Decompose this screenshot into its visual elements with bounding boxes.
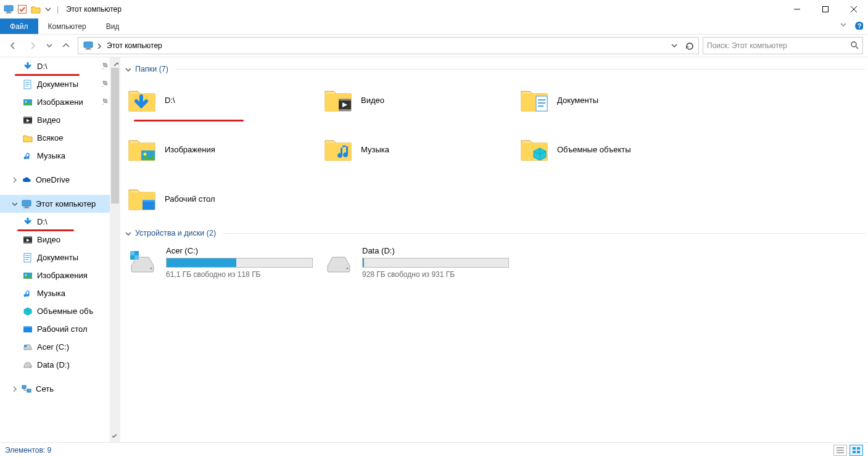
nav-recent-dropdown[interactable]: [44, 38, 54, 54]
group-title: Устройства и диски: [135, 229, 204, 237]
tree-pc-videos[interactable]: Видео: [0, 231, 120, 249]
maximize-button[interactable]: [811, 0, 840, 19]
svg-rect-27: [339, 109, 351, 111]
help-icon[interactable]: [854, 21, 863, 31]
videos-icon: [22, 115, 33, 126]
tree-pc-pictures[interactable]: Изображения: [0, 266, 120, 284]
collapse-icon[interactable]: [11, 199, 17, 208]
nav-up-button[interactable]: [58, 38, 74, 54]
expand-icon[interactable]: [11, 384, 17, 393]
thispc-icon: [21, 199, 32, 210]
tree-item-label: Всякое: [37, 133, 64, 142]
qat-newfolder-icon[interactable]: [31, 4, 41, 14]
tree-item-label: Видео: [37, 235, 60, 244]
tree-pc-desktop[interactable]: Рабочий стол: [0, 320, 120, 338]
tile-label: Видео: [361, 96, 384, 105]
tree-scrollbar[interactable]: [110, 57, 120, 442]
group-folders-header[interactable]: Папки (7): [124, 65, 866, 73]
tree-thispc[interactable]: Этот компьютер: [0, 195, 120, 213]
file-tab[interactable]: Файл: [0, 19, 38, 34]
tree-pc-documents[interactable]: Документы: [0, 249, 120, 266]
svg-rect-35: [143, 200, 155, 202]
ribbon-tabs: Файл Компьютер Вид: [0, 19, 868, 35]
tree-item-label: Документы: [37, 80, 78, 89]
breadcrumb-root-icon[interactable]: [81, 41, 104, 51]
navigation-tree[interactable]: D:\ Документы Изображени Видео Всякое: [0, 57, 120, 442]
drives-grid: Acer (C:)61,1 ГБ свободно из 118 ГБData …: [123, 242, 866, 282]
tree-item-label: Изображения: [37, 271, 88, 280]
tree-pc-d[interactable]: D:\: [0, 213, 120, 231]
pin-icon: [101, 80, 108, 89]
tree-quick-misc[interactable]: Всякое: [0, 129, 120, 147]
qat-dropdown-icon[interactable]: [44, 5, 51, 14]
refresh-button[interactable]: [682, 39, 696, 52]
svg-rect-38: [130, 251, 134, 255]
svg-rect-42: [857, 447, 860, 450]
documents-icon: [22, 79, 33, 90]
search-icon[interactable]: [850, 41, 859, 51]
scroll-down-icon[interactable]: [110, 432, 120, 442]
svg-rect-39: [134, 255, 139, 260]
content-pane[interactable]: Папки (7) D:\ВидеоДокументыИзображенияМу…: [120, 57, 868, 442]
tree-pc-cdrive[interactable]: Acer (C:): [0, 338, 120, 356]
collapse-group-icon[interactable]: [124, 65, 131, 73]
nav-forward-button[interactable]: [25, 38, 41, 54]
svg-point-33: [144, 153, 147, 156]
tile-label: Объемные объекты: [557, 145, 631, 154]
qat-properties-icon[interactable]: [17, 4, 27, 14]
svg-point-36: [151, 268, 152, 270]
tile-label: Документы: [557, 96, 598, 105]
tree-quick-pictures[interactable]: Изображени: [0, 93, 120, 111]
scroll-thumb[interactable]: [111, 68, 119, 204]
collapse-group-icon[interactable]: [124, 229, 131, 237]
tree-pc-music[interactable]: Музыка: [0, 284, 120, 302]
view-tiles-button[interactable]: [849, 445, 863, 456]
cdrive-icon: [128, 247, 157, 277]
drive-tile[interactable]: Data (D:)928 ГБ свободно из 931 ГБ: [319, 242, 515, 282]
drive-usage-bar: [362, 258, 509, 268]
close-button[interactable]: [840, 0, 868, 19]
group-devices-header[interactable]: Устройства и диски (2): [124, 229, 866, 237]
drive-name: Data (D:): [362, 246, 510, 255]
folder-tile[interactable]: Видео: [319, 78, 515, 121]
address-bar[interactable]: Этот компьютер: [78, 37, 699, 54]
onedrive-icon: [21, 175, 32, 186]
nav-back-button[interactable]: [5, 38, 21, 54]
expand-icon[interactable]: [11, 175, 17, 184]
search-box[interactable]: Поиск: Этот компьютер: [703, 37, 863, 54]
tab-computer[interactable]: Компьютер: [38, 19, 96, 34]
pictures-icon: [22, 97, 33, 108]
tab-view[interactable]: Вид: [96, 19, 130, 34]
tree-network[interactable]: Сеть: [0, 380, 120, 398]
breadcrumb-thispc[interactable]: Этот компьютер: [104, 41, 165, 50]
drive-tile[interactable]: Acer (C:)61,1 ГБ свободно из 118 ГБ: [123, 242, 319, 282]
music-icon: [22, 150, 33, 162]
view-details-button[interactable]: [833, 445, 847, 456]
pin-icon: [101, 97, 108, 107]
down-icon: [128, 85, 157, 115]
scroll-up-icon[interactable]: [110, 57, 120, 68]
tree-quick-d[interactable]: D:\: [0, 57, 120, 75]
tree-item-label: Этот компьютер: [36, 199, 96, 208]
cube-icon: [520, 134, 550, 164]
svg-rect-41: [853, 447, 856, 450]
tree-quick-videos[interactable]: Видео: [0, 111, 120, 129]
tile-label: D:\: [165, 96, 175, 105]
folder-tile[interactable]: Объемные объекты: [515, 128, 711, 171]
folder-tile[interactable]: Рабочий стол: [123, 177, 319, 220]
tree-quick-music[interactable]: Музыка: [0, 147, 120, 165]
folder-tile[interactable]: Документы: [515, 78, 711, 121]
ribbon-expand-icon[interactable]: [840, 21, 848, 31]
tree-pc-ddrive[interactable]: Data (D:): [0, 356, 120, 374]
tree-pc-3dobjects[interactable]: Объемные объ: [0, 302, 120, 320]
pin-icon: [101, 62, 108, 71]
tree-onedrive[interactable]: OneDrive: [0, 171, 120, 189]
minimize-button[interactable]: [783, 0, 811, 19]
drive-icon: [324, 247, 353, 277]
tree-quick-documents[interactable]: Документы: [0, 75, 120, 93]
address-dropdown-icon[interactable]: [668, 39, 681, 52]
folder-tile[interactable]: Музыка: [319, 128, 515, 171]
drive-usage-bar: [166, 258, 313, 268]
folder-tile[interactable]: D:\: [123, 78, 319, 121]
folder-tile[interactable]: Изображения: [123, 128, 319, 171]
